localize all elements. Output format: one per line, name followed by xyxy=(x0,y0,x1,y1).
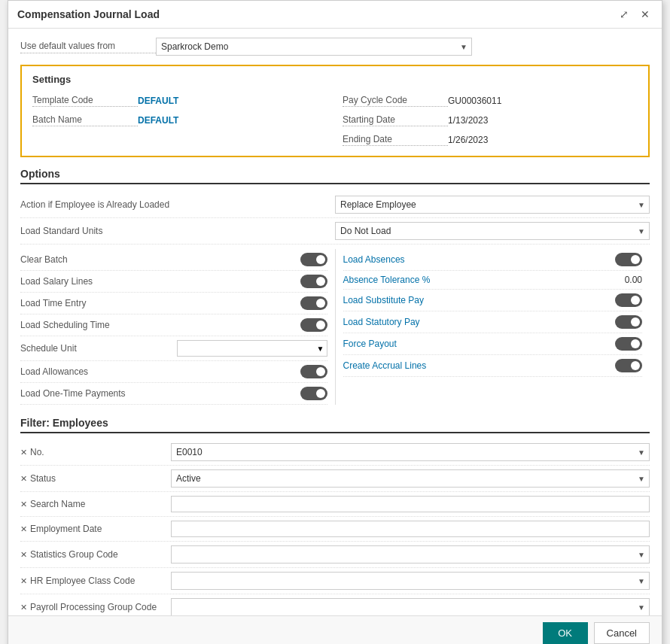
filter-payroll-group-x[interactable]: ✕ xyxy=(20,603,27,612)
dialog-title: Compensation Journal Load xyxy=(17,8,160,20)
ending-date-value: 1/26/2023 xyxy=(448,135,488,145)
filter-stats-group-wrapper: ▼ xyxy=(171,545,650,564)
filter-no-wrapper: E0010 ▼ xyxy=(171,443,650,461)
filter-status-wrapper: Active ▼ xyxy=(171,469,650,488)
default-values-row: Use default values from Sparkrock Demo ▼ xyxy=(20,38,650,56)
filter-stats-group-label: ✕ Statistics Group Code xyxy=(20,549,171,560)
close-icon[interactable]: ✕ xyxy=(638,7,653,22)
schedule-unit-label: Schedule Unit xyxy=(20,343,177,354)
schedule-unit-select[interactable] xyxy=(177,340,327,357)
options-left-col: Clear Batch Load Salary Lines xyxy=(20,249,335,405)
load-substitute-pay-row: Load Substitute Pay xyxy=(343,290,643,311)
load-allowances-row: Load Allowances xyxy=(20,361,327,383)
filter-status-select[interactable]: Active xyxy=(171,469,650,488)
load-time-entry-toggle[interactable] xyxy=(300,296,327,310)
settings-title: Settings xyxy=(32,74,638,85)
filter-employment-date-row: ✕ Employment Date xyxy=(20,517,650,542)
filter-stats-group-text: Statistics Group Code xyxy=(30,549,118,560)
load-scheduling-time-toggle[interactable] xyxy=(300,318,327,332)
filter-payroll-group-row: ✕ Payroll Processing Group Code ▼ xyxy=(20,594,650,615)
load-absences-toggle[interactable] xyxy=(615,253,642,266)
filter-no-control: E0010 ▼ xyxy=(171,443,650,461)
filter-stats-group-x[interactable]: ✕ xyxy=(20,550,27,560)
create-accrual-lines-label: Create Accrual Lines xyxy=(343,360,616,371)
options-section: Options Action if Employee is Already Lo… xyxy=(20,168,650,405)
filter-search-name-x[interactable]: ✕ xyxy=(20,500,27,509)
filter-no-label: ✕ No. xyxy=(20,447,171,457)
filter-employment-date-input[interactable] xyxy=(171,521,650,537)
load-absences-row: Load Absences xyxy=(343,249,643,271)
filter-employment-date-text: Employment Date xyxy=(30,524,102,534)
filter-status-x[interactable]: ✕ xyxy=(20,474,27,484)
default-values-label: Use default values from xyxy=(20,41,156,53)
schedule-unit-row: Schedule Unit ▼ xyxy=(20,336,327,361)
load-allowances-toggle[interactable] xyxy=(300,365,327,378)
filter-hr-class-x[interactable]: ✕ xyxy=(20,576,27,586)
load-one-time-payments-row: Load One-Time Payments xyxy=(20,383,327,405)
filter-hr-class-control: ▼ xyxy=(171,572,650,590)
load-salary-lines-label: Load Salary Lines xyxy=(20,276,300,287)
template-code-row: Template Code DEFAULT xyxy=(32,93,327,109)
batch-name-value: DEFAULT xyxy=(138,115,178,126)
dialog-body: Use default values from Sparkrock Demo ▼… xyxy=(8,29,662,615)
load-allowances-label: Load Allowances xyxy=(20,366,300,377)
filter-stats-group-select[interactable] xyxy=(171,545,650,564)
settings-section: Settings Template Code DEFAULT Pay Cycle… xyxy=(20,65,650,157)
clear-batch-row: Clear Batch xyxy=(20,249,327,271)
filter-payroll-group-wrapper: ▼ xyxy=(171,598,650,615)
load-time-entry-label: Load Time Entry xyxy=(20,298,300,308)
options-title: Options xyxy=(20,168,650,184)
action-employee-select[interactable]: Replace Employee xyxy=(335,196,650,214)
default-values-select[interactable]: Sparkrock Demo xyxy=(156,38,472,56)
filter-payroll-group-select[interactable] xyxy=(171,598,650,615)
create-accrual-lines-toggle[interactable] xyxy=(615,359,642,372)
load-scheduling-time-row: Load Scheduling Time xyxy=(20,314,327,336)
action-employee-label: Action if Employee is Already Loaded xyxy=(20,199,335,210)
absence-tolerance-value: 0.00 xyxy=(612,275,642,285)
load-one-time-payments-toggle[interactable] xyxy=(300,387,327,400)
filter-search-name-input[interactable] xyxy=(171,496,650,512)
filter-section: Filter: Employees ✕ No. E0010 ▼ xyxy=(20,417,650,615)
batch-name-label: Batch Name xyxy=(32,114,138,126)
filter-hr-class-select[interactable] xyxy=(171,572,650,590)
load-standard-units-label: Load Standard Units xyxy=(20,226,335,236)
clear-batch-label: Clear Batch xyxy=(20,254,300,265)
filter-status-label: ✕ Status xyxy=(20,473,171,484)
load-standard-units-select[interactable]: Do Not Load xyxy=(335,222,650,240)
default-values-wrapper: Sparkrock Demo ▼ xyxy=(156,38,472,56)
filter-payroll-group-control: ▼ xyxy=(171,598,650,615)
filter-payroll-group-label: ✕ Payroll Processing Group Code xyxy=(20,602,171,612)
cancel-button[interactable]: Cancel xyxy=(594,622,650,644)
filter-hr-class-row: ✕ HR Employee Class Code ▼ xyxy=(20,568,650,594)
filter-search-name-row: ✕ Search Name xyxy=(20,492,650,517)
load-standard-units-row: Load Standard Units Do Not Load ▼ xyxy=(20,218,650,245)
filter-title: Filter: Employees xyxy=(20,417,650,433)
load-statutory-pay-toggle[interactable] xyxy=(615,315,642,329)
settings-grid: Template Code DEFAULT Pay Cycle Code GU0… xyxy=(32,93,638,148)
filter-status-text: Status xyxy=(30,473,56,484)
load-absences-label: Load Absences xyxy=(343,254,616,265)
filter-search-name-control xyxy=(171,496,650,512)
expand-icon[interactable]: ⤢ xyxy=(617,7,632,22)
filter-hr-class-wrapper: ▼ xyxy=(171,572,650,590)
load-substitute-pay-toggle[interactable] xyxy=(615,293,642,307)
filter-hr-class-label: ✕ HR Employee Class Code xyxy=(20,576,171,586)
ok-button[interactable]: OK xyxy=(543,622,588,644)
load-time-entry-row: Load Time Entry xyxy=(20,293,327,314)
load-standard-units-wrapper: Do Not Load ▼ xyxy=(335,222,650,240)
action-employee-wrapper: Replace Employee ▼ xyxy=(335,196,650,214)
clear-batch-toggle[interactable] xyxy=(300,253,327,266)
filter-no-x[interactable]: ✕ xyxy=(20,448,27,457)
ending-date-row: Ending Date 1/26/2023 xyxy=(343,132,638,148)
filter-payroll-group-text: Payroll Processing Group Code xyxy=(30,602,157,612)
starting-date-value: 1/13/2023 xyxy=(448,115,488,126)
load-salary-lines-toggle[interactable] xyxy=(300,275,327,288)
pay-cycle-value: GU00036011 xyxy=(448,96,501,106)
filter-employment-date-x[interactable]: ✕ xyxy=(20,524,27,534)
batch-name-row: Batch Name DEFAULT xyxy=(32,112,327,129)
filter-stats-group-control: ▼ xyxy=(171,545,650,564)
filter-search-name-text: Search Name xyxy=(30,499,85,509)
filter-no-select[interactable]: E0010 xyxy=(171,443,650,461)
starting-date-row: Starting Date 1/13/2023 xyxy=(343,112,638,129)
force-payout-toggle[interactable] xyxy=(615,337,642,351)
